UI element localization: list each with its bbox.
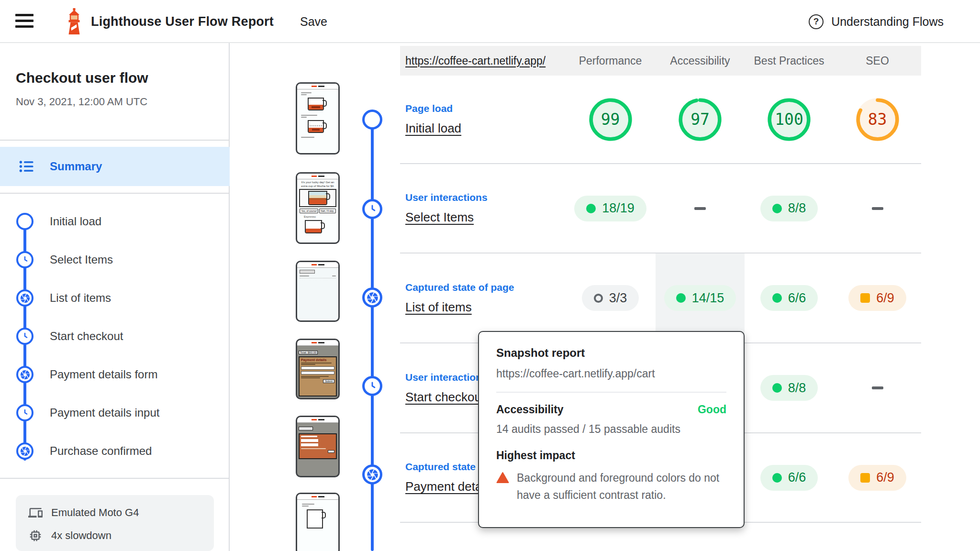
audit-pill[interactable]: 3/3: [582, 285, 639, 311]
audit-pill[interactable]: 14/15: [664, 285, 736, 311]
screenshot-thumbnail-payment-details-form[interactable]: Total: $60.00 Payment details Submit: [296, 339, 340, 399]
average-square-icon: [860, 473, 870, 483]
score-cell: [834, 164, 921, 253]
score-cell: 8/8: [745, 343, 834, 432]
sidebar-item-payment-details-input[interactable]: Payment details input: [0, 398, 230, 427]
pass-dot-icon: [586, 204, 596, 213]
thumb-content: [297, 423, 338, 460]
score-cell: 3/3: [565, 253, 656, 342]
sidebar-item-list-of-items[interactable]: List of items: [0, 284, 230, 312]
thumb-header: [297, 340, 338, 346]
score-cell: 8/8: [745, 164, 834, 253]
audit-pill[interactable]: 18/19: [574, 196, 646, 221]
step-label: Select Items: [50, 253, 113, 266]
sidebar-item-summary[interactable]: Summary: [0, 147, 230, 186]
screenshot-thumbnail-purchase-confirmed[interactable]: [296, 493, 340, 551]
pass-dot-icon: [772, 473, 782, 483]
sidebar-item-initial-load[interactable]: Initial load: [0, 207, 230, 236]
tooltip-url: https://coffee-cart.netlify.app/cart: [496, 367, 726, 380]
step-label: Start checkout: [50, 330, 123, 343]
divider: [0, 478, 230, 479]
screenshot-thumbnail-payment-details-input[interactable]: [296, 416, 340, 477]
thumb-content: [297, 268, 338, 280]
tooltip-detail: 14 audits passed / 15 passable audits: [496, 423, 726, 436]
score-cell-hovered: 14/15: [656, 253, 745, 342]
cpu-throttle-label: 4x slowdown: [51, 529, 111, 542]
pass-dot-icon: [772, 383, 782, 393]
score-cell: 6/9: [834, 433, 921, 522]
understanding-flows-link[interactable]: ? Understanding Flows: [809, 0, 944, 43]
performance-gauge[interactable]: 99: [588, 97, 634, 143]
divider: [496, 392, 726, 393]
save-button[interactable]: Save: [300, 0, 327, 43]
row-labels: Page load Initial load: [400, 103, 565, 136]
tooltip-category: Accessibility: [496, 403, 564, 416]
tooltip-impact-text: Background and foreground colors do not …: [517, 470, 726, 504]
divider: [0, 140, 230, 141]
seo-gauge[interactable]: 83: [855, 97, 901, 143]
score-cell: 99: [565, 76, 656, 163]
audit-pill[interactable]: 8/8: [760, 196, 818, 221]
screenshot-thumbnail-initial-load[interactable]: [296, 82, 340, 154]
column-header-seo: SEO: [834, 55, 921, 67]
divider: [0, 193, 230, 194]
sidebar-item-purchase-confirmed[interactable]: Purchase confirmed: [0, 437, 230, 465]
step-link[interactable]: Start checkout: [405, 390, 485, 405]
column-header-performance: Performance: [565, 55, 656, 67]
thumb-content: Total: $60.00 Payment details Submit: [297, 346, 338, 397]
score-cell: [656, 164, 745, 253]
audit-pill[interactable]: 6/9: [848, 465, 906, 491]
timespan-clock-icon: [362, 199, 382, 219]
snapshot-aperture-icon: [16, 289, 33, 307]
timespan-clock-icon: [16, 251, 33, 268]
page-title: Lighthouse User Flow Report: [91, 0, 274, 43]
menu-icon[interactable]: [15, 14, 33, 28]
score-cell: 6/6: [745, 253, 834, 342]
step-link[interactable]: Select Items: [405, 210, 474, 225]
tooltip-impact-row: Background and foreground colors do not …: [496, 470, 726, 504]
sidebar-item-payment-details-form[interactable]: Payment details form: [0, 360, 230, 389]
average-square-icon: [860, 293, 870, 303]
pass-dot-icon: [772, 293, 782, 303]
thumb-header: [297, 262, 338, 268]
sidebar-item-select-items[interactable]: Select Items: [0, 245, 230, 274]
column-header-accessibility: Accessibility: [656, 55, 745, 67]
screenshot-thumbnail-list-of-items[interactable]: [296, 261, 340, 322]
thumb-header: [297, 84, 338, 89]
thumb-header: [297, 174, 338, 179]
row-category: User interactions: [405, 192, 565, 203]
navigation-step-icon: [362, 110, 382, 130]
thumb-content: It's your lucky day! Get an extra cup of…: [297, 179, 338, 235]
pass-dot-icon: [676, 293, 686, 303]
sidebar-item-start-checkout[interactable]: Start checkout: [0, 322, 230, 351]
timeline-column: It's your lucky day! Get an extra cup of…: [230, 43, 400, 551]
step-link[interactable]: Initial load: [405, 121, 461, 136]
audit-pill[interactable]: 6/9: [848, 285, 906, 311]
audit-pill[interactable]: 6/6: [760, 285, 818, 311]
table-header: https://coffee-cart.netlify.app/ Perform…: [400, 46, 921, 76]
snapshot-aperture-icon: [16, 366, 33, 383]
screenshot-thumbnail-select-items[interactable]: It's your lucky day! Get an extra cup of…: [296, 172, 340, 244]
score-cell: [834, 343, 921, 432]
best-practices-gauge[interactable]: 100: [766, 97, 812, 143]
site-url-link[interactable]: https://coffee-cart.netlify.app/: [400, 55, 565, 67]
score-cell: 6/9: [834, 253, 921, 342]
table-row-list-of-items: Captured state of page List of items 3/3…: [400, 253, 921, 343]
thumb-header: [297, 417, 338, 423]
audit-pill[interactable]: 8/8: [760, 375, 818, 401]
timespan-clock-icon: [16, 328, 33, 345]
row-labels: Captured state of page List of items: [400, 282, 565, 315]
flow-title: Checkout user flow: [16, 70, 148, 86]
step-label: Payment details form: [50, 368, 157, 381]
sidebar: Checkout user flow Nov 3, 2021, 12:00 AM…: [0, 43, 230, 551]
step-link[interactable]: List of items: [405, 300, 472, 315]
table-row-initial-load: Page load Initial load 99 97 100: [400, 76, 921, 164]
snapshot-aperture-icon: [362, 464, 382, 485]
topbar: Lighthouse User Flow Report Save ? Under…: [0, 0, 980, 43]
audit-pill[interactable]: 6/6: [760, 465, 818, 491]
warning-triangle-icon: [496, 472, 509, 484]
informative-ring-icon: [594, 294, 603, 303]
score-cell: 83: [834, 76, 921, 163]
accessibility-gauge[interactable]: 97: [677, 97, 723, 143]
cpu-row: 4x slowdown: [28, 529, 111, 543]
